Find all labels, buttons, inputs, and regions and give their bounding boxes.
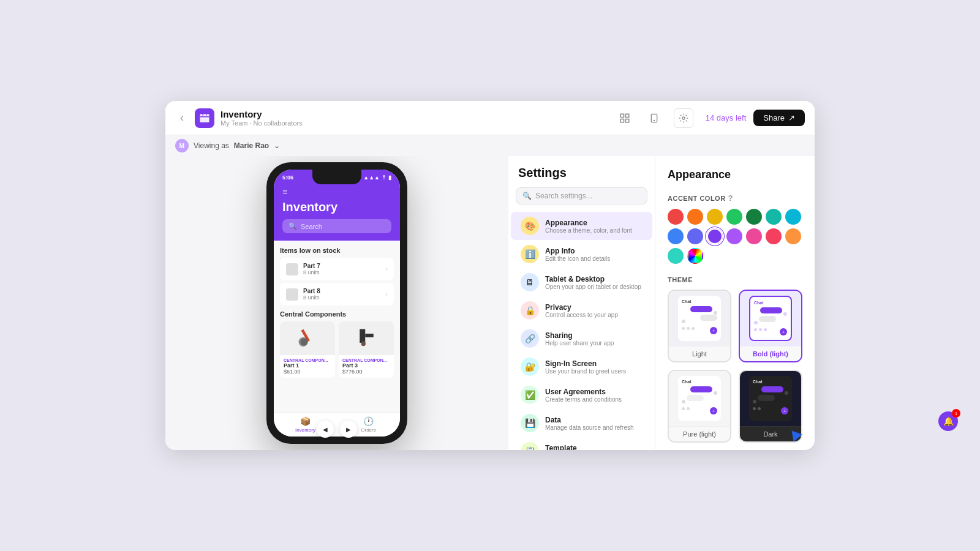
- grid-view-button[interactable]: [615, 108, 635, 128]
- color-option-rainbow[interactable]: [687, 248, 703, 264]
- settings-item-data[interactable]: 💾 Data Manage data source and refresh: [511, 409, 652, 437]
- sharing-icon: 🔗: [521, 329, 539, 348]
- appearance-panel: Appearance ACCENT COLOR ?: [655, 156, 815, 450]
- product-card[interactable]: CENTRAL COMPON... Part 1 $61.00: [280, 321, 335, 378]
- settings-item-text: User Agreements Create terms and conditi…: [545, 388, 622, 403]
- color-option[interactable]: [687, 209, 703, 225]
- settings-item-text: Sign-In Screen Use your brand to greet u…: [545, 359, 626, 375]
- color-option-selected[interactable]: [707, 228, 723, 244]
- theme-card-light[interactable]: Chat + Light: [668, 290, 731, 362]
- color-option[interactable]: [726, 209, 742, 225]
- settings-item-title: Appearance: [545, 219, 632, 227]
- list-item[interactable]: Part 8 8 units ›: [280, 283, 394, 305]
- product-price: $776.00: [342, 369, 390, 375]
- theme-header-label: Chat: [753, 380, 788, 384]
- settings-item-privacy[interactable]: 🔒 Privacy Control access to your app: [511, 296, 652, 324]
- settings-item-desc: Help user share your app: [545, 340, 614, 347]
- theme-name: Pure (light): [669, 426, 730, 441]
- trial-text: 14 days left: [706, 113, 747, 122]
- settings-item-desc: Open your app on tablet or desktop: [545, 283, 641, 290]
- share-button[interactable]: Share ↗: [753, 110, 805, 126]
- settings-item-appearance[interactable]: 🎨 Appearance Choose a theme, color, and …: [511, 212, 652, 240]
- theme-header-label: Chat: [754, 301, 787, 305]
- theme-name: Bold (light): [740, 346, 801, 361]
- settings-title: Settings: [508, 166, 655, 187]
- color-option[interactable]: [668, 209, 684, 225]
- settings-sidebar: Settings 🔍 Search settings... 🎨 Appearan…: [508, 156, 655, 450]
- top-bar-right: 14 days left Share ↗: [706, 110, 805, 126]
- products-grid: CENTRAL COMPON... Part 1 $61.00: [280, 321, 394, 378]
- phone-search-icon: 🔍: [288, 222, 297, 230]
- settings-item-title: App Info: [545, 247, 610, 255]
- viewer-chevron[interactable]: ⌄: [274, 141, 280, 150]
- color-option[interactable]: [766, 209, 782, 225]
- wifi-icon: ⇡: [382, 174, 386, 181]
- settings-item-signin[interactable]: 🔐 Sign-In Screen Use your brand to greet…: [511, 353, 652, 381]
- theme-grid: Chat + Light: [668, 290, 802, 450]
- settings-button[interactable]: [674, 108, 693, 128]
- settings-item-title: Tablet & Desktop: [545, 275, 641, 283]
- viewing-as-label: Viewing as: [194, 141, 229, 150]
- settings-item-app-info[interactable]: ℹ️ App Info Edit the icon and details: [511, 240, 652, 268]
- top-bar-center: [615, 108, 693, 128]
- settings-item-agreements[interactable]: ✅ User Agreements Create terms and condi…: [511, 381, 652, 409]
- color-option[interactable]: [687, 228, 703, 244]
- signin-icon: 🔐: [521, 358, 539, 376]
- settings-item-template[interactable]: 📋 Template Sell your app as a template: [511, 437, 652, 450]
- color-option[interactable]: [746, 228, 762, 244]
- svg-rect-0: [200, 114, 209, 122]
- product-card[interactable]: CENTRAL COMPON... Part 3 $776.00: [339, 321, 394, 378]
- color-option[interactable]: [785, 228, 801, 244]
- color-option[interactable]: [668, 248, 684, 264]
- low-stock-title: Items low on stock: [280, 247, 394, 254]
- settings-item-desc: Control access to your app: [545, 312, 618, 318]
- color-option[interactable]: [746, 209, 762, 225]
- play-back-button[interactable]: ◀: [317, 421, 334, 438]
- settings-item-title: Sharing: [545, 331, 614, 340]
- help-icon[interactable]: ?: [728, 193, 733, 203]
- settings-search[interactable]: 🔍 Search settings...: [516, 187, 647, 204]
- share-label: Share: [763, 113, 785, 122]
- play-forward-button[interactable]: ▶: [340, 421, 357, 438]
- phone-menu-icon[interactable]: ≡: [282, 187, 391, 197]
- phone-view-button[interactable]: [644, 108, 664, 128]
- list-item-left: Part 8 8 units: [286, 288, 320, 301]
- color-option[interactable]: [766, 228, 782, 244]
- color-option[interactable]: [707, 209, 723, 225]
- svg-rect-3: [620, 119, 624, 122]
- theme-header-label: Chat: [682, 380, 717, 384]
- template-icon: 📋: [521, 442, 539, 450]
- settings-item-desc: Create terms and conditions: [545, 396, 622, 403]
- settings-item-sharing[interactable]: 🔗 Sharing Help user share your app: [511, 324, 652, 353]
- app-title-section: Inventory My Team · No collaborators: [221, 109, 303, 127]
- phone-status-icons: ▲▲▲ ⇡ ▮: [363, 174, 391, 181]
- back-button[interactable]: ‹: [175, 109, 189, 127]
- agreements-icon: ✅: [521, 386, 539, 404]
- battery-icon: ▮: [388, 174, 391, 181]
- viewer-avatar: M: [175, 139, 189, 152]
- chevron-right-icon: ›: [386, 266, 388, 272]
- phone-search-bar[interactable]: 🔍 Search: [282, 219, 391, 233]
- settings-item-tablet-desktop[interactable]: 🖥 Tablet & Desktop Open your app on tabl…: [511, 268, 652, 296]
- theme-card-pure-light[interactable]: Chat + Pure (light): [668, 370, 731, 443]
- list-item-left: Part 7 8 units: [286, 263, 320, 276]
- color-grid: [668, 209, 802, 264]
- list-item[interactable]: Part 7 8 units ›: [280, 258, 394, 280]
- theme-header-label: Chat: [682, 299, 717, 304]
- svg-point-7: [682, 117, 685, 119]
- settings-item-text: Data Manage data source and refresh: [545, 416, 634, 431]
- theme-preview-inner: Chat +: [749, 376, 792, 421]
- product-info: CENTRAL COMPON... Part 1 $61.00: [280, 355, 335, 378]
- settings-item-desc: Choose a theme, color, and font: [545, 227, 632, 234]
- theme-card-bold-light[interactable]: Chat + Bold (ligh: [739, 290, 802, 362]
- settings-item-text: Privacy Control access to your app: [545, 303, 618, 318]
- theme-preview: Chat +: [669, 371, 730, 426]
- svg-rect-12: [365, 334, 374, 337]
- part-name: Part 8: [303, 288, 320, 294]
- theme-preview: Chat +: [740, 291, 801, 346]
- color-option[interactable]: [726, 228, 742, 244]
- color-option[interactable]: [785, 209, 801, 225]
- color-option[interactable]: [668, 228, 684, 244]
- theme-preview-inner: Chat +: [678, 376, 721, 421]
- phone-screen: 5:06 ▲▲▲ ⇡ ▮ ≡ Inventory 🔍 Search: [274, 170, 400, 437]
